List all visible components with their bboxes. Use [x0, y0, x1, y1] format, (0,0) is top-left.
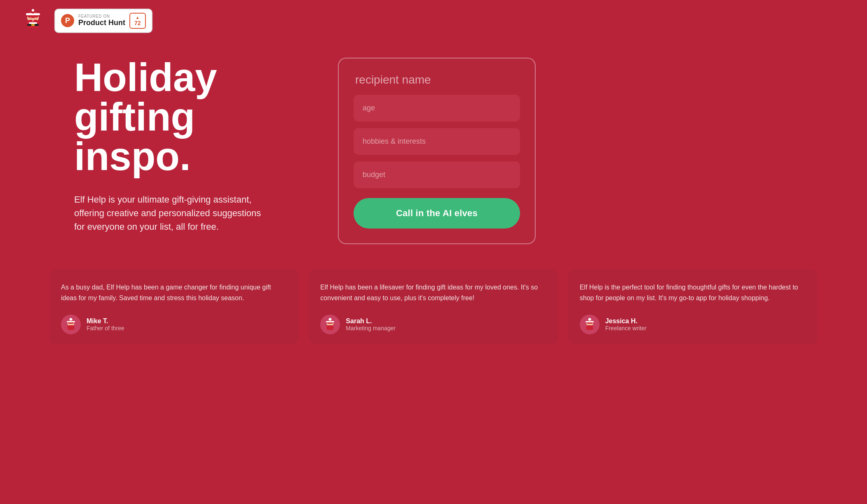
author-avatar-2 — [320, 315, 340, 334]
svg-rect-11 — [31, 24, 35, 26]
app-logo — [20, 7, 46, 34]
svg-rect-8 — [29, 22, 37, 24]
svg-point-26 — [588, 318, 591, 321]
svg-rect-20 — [326, 321, 334, 322]
svg-point-9 — [32, 20, 34, 21]
ph-logo-icon: P — [61, 14, 74, 27]
gift-form-card: recipient name Call in the AI elves — [338, 58, 536, 244]
call-elves-button[interactable]: Call in the AI elves — [354, 198, 520, 229]
author-avatar-3 — [580, 315, 600, 334]
ph-votes-badge: ▲ 72 — [129, 13, 146, 29]
author-title-1: Father of three — [87, 325, 124, 331]
age-input[interactable] — [354, 95, 520, 121]
author-title-2: Marketing manager — [346, 325, 396, 331]
recipient-label: recipient name — [354, 73, 520, 86]
author-name-2: Sarah L. — [346, 317, 396, 325]
testimonial-author-3: Jessica H. Freelance writer — [580, 315, 806, 334]
author-info-2: Sarah L. Marketing manager — [346, 317, 396, 331]
testimonial-text-2: Elf Help has been a lifesaver for findin… — [320, 282, 546, 303]
budget-input[interactable] — [354, 161, 520, 188]
svg-point-16 — [70, 318, 73, 321]
ph-vote-count: 72 — [134, 20, 141, 26]
testimonial-card-3: Elf Help is the perfect tool for finding… — [568, 269, 818, 344]
author-avatar-1 — [61, 315, 81, 334]
svg-rect-23 — [586, 325, 593, 330]
header: P FEATURED ON Product Hunt ▲ 72 — [0, 0, 867, 41]
testimonial-card-1: As a busy dad, Elf Help has been a game … — [49, 269, 299, 344]
ph-name-label: Product Hunt — [78, 19, 125, 27]
svg-point-21 — [329, 318, 332, 321]
svg-point-7 — [34, 17, 37, 19]
svg-rect-25 — [586, 321, 594, 322]
testimonial-text-3: Elf Help is the perfect tool for finding… — [580, 282, 806, 303]
svg-rect-18 — [327, 325, 334, 330]
hero-content: Holiday gifting inspo. Elf Help is your … — [74, 58, 305, 233]
ph-text: FEATURED ON Product Hunt — [78, 14, 125, 27]
author-title-3: Freelance writer — [605, 325, 647, 331]
author-name-3: Jessica H. — [605, 317, 647, 325]
testimonials-section: As a busy dad, Elf Help has been a game … — [0, 269, 867, 369]
product-hunt-badge[interactable]: P FEATURED ON Product Hunt ▲ 72 — [54, 9, 152, 33]
hobbies-input[interactable] — [354, 128, 520, 155]
ph-featured-label: FEATURED ON — [78, 14, 125, 19]
main-section: Holiday gifting inspo. Elf Help is your … — [0, 41, 867, 269]
svg-point-6 — [29, 17, 32, 19]
author-info-1: Mike T. Father of three — [87, 317, 124, 331]
svg-rect-15 — [67, 321, 75, 322]
author-name-1: Mike T. — [87, 317, 124, 325]
testimonial-author-2: Sarah L. Marketing manager — [320, 315, 546, 334]
testimonial-card-2: Elf Help has been a lifesaver for findin… — [309, 269, 558, 344]
author-info-3: Jessica H. Freelance writer — [605, 317, 647, 331]
hero-title: Holiday gifting inspo. — [74, 58, 305, 176]
testimonial-author-1: Mike T. Father of three — [61, 315, 287, 334]
svg-rect-13 — [68, 325, 75, 330]
svg-point-5 — [32, 9, 34, 12]
testimonial-text-1: As a busy dad, Elf Help has been a game … — [61, 282, 287, 303]
hero-description: Elf Help is your ultimate gift-giving as… — [74, 193, 264, 233]
ph-arrow-icon: ▲ — [136, 15, 140, 20]
